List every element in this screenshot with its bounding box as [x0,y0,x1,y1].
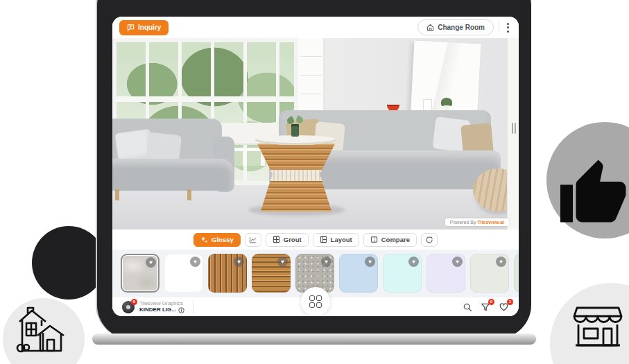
tile-swatch-plain-white[interactable]: ♥ [164,254,203,293]
favorite-icon[interactable]: ♥ [321,257,331,267]
favorite-icon[interactable]: ♥ [408,257,419,267]
tool-bar: Glossy Grout [112,229,519,250]
thumbs-up-icon [554,157,629,232]
shade-chart-button[interactable] [245,233,261,247]
tile-swatch-wood-plank-vertical[interactable]: ♥ [208,254,247,293]
layout-icon [320,236,327,243]
favorite-icon[interactable]: ♥ [234,257,244,267]
grout-label: Grout [284,236,302,243]
compare-button[interactable]: Compare [363,233,417,247]
tile-swatch-mint-cyan[interactable]: ♥ [383,254,422,293]
layout-button[interactable]: Layout [313,233,359,247]
shop-icon [570,298,626,351]
filter-badge: 0 [488,299,494,305]
favorite-icon[interactable]: ♥ [365,257,375,267]
change-room-label: Change Room [438,24,485,31]
app-screen: Inquiry Change Room [112,17,519,316]
tablet-frame: Inquiry Change Room [96,0,531,338]
watermark-brand: Tilesview.ai [477,220,504,225]
change-room-button[interactable]: Change Room [417,19,494,35]
favorite-icon[interactable]: ♥ [277,257,288,267]
inquiry-label: Inquiry [138,24,161,31]
menu-kebab-icon[interactable] [504,21,512,35]
house-icon [14,305,72,358]
tile-swatch-wood-plank-horizontal[interactable]: ♥ [252,254,291,293]
favorite-icon[interactable]: ♥ [452,257,463,267]
wishlist-heart-icon[interactable]: 1 [499,302,509,312]
compare-icon [370,236,378,243]
filter-icon[interactable]: 0 [481,302,490,312]
resize-handle[interactable] [512,123,516,134]
chart-icon [249,236,257,244]
divider [499,21,499,33]
inquiry-button[interactable]: Inquiry [119,20,169,35]
search-icon[interactable] [463,302,472,312]
catalog-grid-button[interactable] [301,287,330,316]
refresh-icon [425,236,433,244]
glossy-button[interactable]: Glossy [193,233,241,247]
compare-label: Compare [381,236,410,243]
page: Inquiry Change Room [0,0,629,364]
product-label: KINDER LIG... [139,306,176,313]
logo-badge: 0 [131,299,137,305]
tile-swatch-powder-blue[interactable]: ♥ [339,254,378,293]
sofa-left-illustration [112,119,240,206]
decor-circle-dark [32,226,105,300]
tile-swatch-grey-marble[interactable]: ♥ [121,254,160,293]
glossy-label: Glossy [212,236,234,243]
tile-swatch-pale-sage[interactable]: ♥ [470,254,509,293]
sparkle-icon [200,236,208,243]
info-icon[interactable] [178,307,184,313]
brand-logo[interactable]: 0 [122,301,135,313]
chat-icon [127,24,135,31]
home-icon [426,24,434,31]
grout-grid-icon [273,236,280,243]
tile-swatch-pale-lavender[interactable]: ♥ [426,254,465,293]
reset-button[interactable] [421,233,438,247]
grout-button[interactable]: Grout [266,233,309,247]
bottom-bar: 0 Tilesview Graphics KINDER LIG... [112,297,519,316]
favorite-icon[interactable]: ♥ [496,257,506,267]
wishlist-badge: 1 [507,299,513,305]
favorite-icon[interactable]: ♥ [146,257,156,268]
company-name: Tilesview Graphics [139,300,184,306]
tile-swatch-pale-green[interactable]: ♥ [514,254,519,293]
room-image: Powered By Tilesview.ai [112,38,519,229]
product-name[interactable]: KINDER LIG... [139,306,184,313]
watermark: Powered By Tilesview.ai [445,218,509,226]
favorite-icon[interactable]: ♥ [190,257,200,267]
divider [193,300,193,313]
layout-label: Layout [331,236,352,243]
top-bar: Inquiry Change Room [112,17,519,38]
grid-icon [309,295,322,309]
